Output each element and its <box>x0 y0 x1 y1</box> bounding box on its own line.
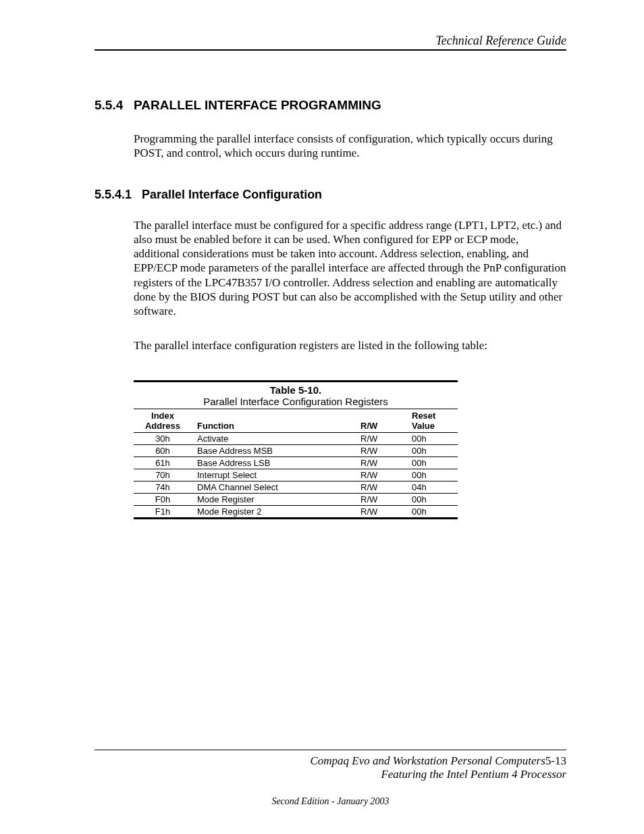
section-title: PARALLEL INTERFACE PROGRAMMING <box>134 98 381 112</box>
table-row: F1h Mode Register 2 R/W 00h <box>134 505 458 518</box>
section-title: Parallel Interface Configuration <box>142 188 322 201</box>
col-header-index-address: IndexAddress <box>134 409 192 433</box>
table-body: 30h Activate R/W 00h 60h Base Address MS… <box>134 432 458 518</box>
table-caption: Parallel Interface Configuration Registe… <box>134 396 458 409</box>
col-header-rw: R/W <box>355 409 406 433</box>
section-number: 5.5.4.1 <box>95 188 132 201</box>
footer-rule <box>95 750 566 750</box>
section-5-5-4-1-heading: 5.5.4.1 Parallel Interface Configuration <box>95 188 566 202</box>
footer-line-2: Featuring the Intel Pentium 4 Processor <box>95 768 566 781</box>
col-header-function: Function <box>192 409 355 433</box>
table-row: F0h Mode Register R/W 00h <box>134 493 458 505</box>
page: Technical Reference Guide 5.5.4 PARALLEL… <box>0 0 644 834</box>
section-number: 5.5.4 <box>95 98 123 112</box>
section-5-5-4-paragraph: Programming the parallel interface consi… <box>134 132 566 161</box>
page-footer: Compaq Evo and Workstation Personal Comp… <box>95 750 566 807</box>
section-5-5-4-heading: 5.5.4 PARALLEL INTERFACE PROGRAMMING <box>95 98 566 113</box>
section-5-5-4-1-paragraph-1: The parallel interface must be configure… <box>134 218 566 319</box>
table-row: 70h Interrupt Select R/W 00h <box>134 469 458 481</box>
table-row: 74h DMA Channel Select R/W 04h <box>134 481 458 493</box>
register-table: IndexAddress Function R/W ResetValue 30h… <box>134 409 458 519</box>
running-header: Technical Reference Guide <box>95 34 566 51</box>
table-header-row: IndexAddress Function R/W ResetValue <box>134 409 458 433</box>
table-label: Table 5-10. <box>134 380 458 396</box>
section-5-5-4-1-paragraph-2: The parallel interface configuration reg… <box>134 338 566 353</box>
footer-edition: Second Edition - January 2003 <box>95 796 566 807</box>
table-row: 61h Base Address LSB R/W 00h <box>134 457 458 469</box>
page-number: 5-13 <box>545 754 566 767</box>
col-header-reset-value: ResetValue <box>406 409 458 433</box>
table-row: 60h Base Address MSB R/W 00h <box>134 444 458 457</box>
table-row: 30h Activate R/W 00h <box>134 432 458 444</box>
table-5-10: Table 5-10. Parallel Interface Configura… <box>134 380 458 519</box>
footer-line-1: Compaq Evo and Workstation Personal Comp… <box>95 754 566 768</box>
